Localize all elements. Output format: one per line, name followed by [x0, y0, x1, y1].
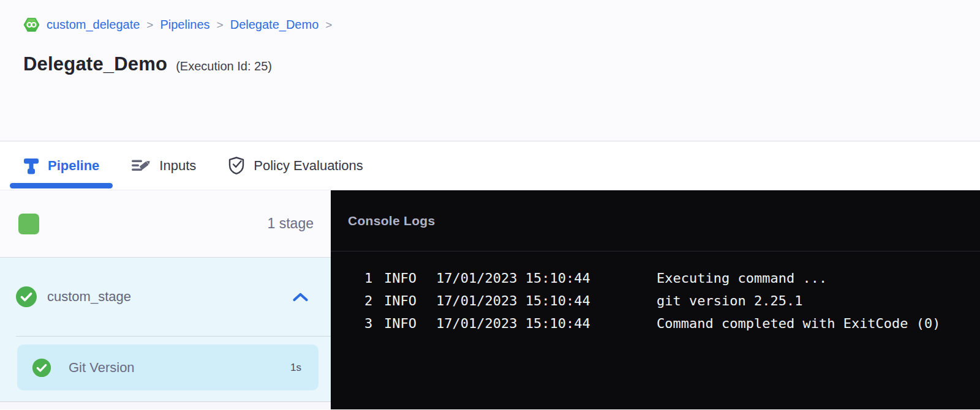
inputs-icon [131, 157, 151, 174]
tab-inputs[interactable]: Inputs [118, 141, 209, 190]
log-line-number: 2 [364, 293, 374, 308]
log-timestamp: 17/01/2023 15:10:44 [436, 270, 592, 286]
breadcrumb-link-pipelines[interactable]: Pipelines [160, 18, 209, 32]
breadcrumb-link-project[interactable]: custom_delegate [47, 18, 140, 32]
stage-panel: 1 stage custom_stage [0, 190, 331, 409]
step-name: Git Version [69, 360, 135, 376]
log-line-number: 3 [364, 316, 374, 331]
step-duration: 1s [290, 362, 301, 374]
stage-status-square[interactable] [18, 214, 39, 234]
log-line: 1 INFO 17/01/2023 15:10:44 Executing com… [331, 267, 980, 289]
tab-label: Policy Evaluations [254, 158, 363, 174]
success-check-icon [32, 358, 51, 378]
breadcrumb-separator: > [217, 18, 224, 32]
log-message: Command completed with ExitCode (0) [657, 316, 941, 331]
log-timestamp: 17/01/2023 15:10:44 [436, 316, 592, 331]
stage-panel-footer [0, 401, 331, 409]
stage-name: custom_stage [47, 289, 131, 305]
log-line: 2 INFO 17/01/2023 15:10:44 git version 2… [331, 289, 980, 312]
log-level: INFO [384, 270, 419, 286]
breadcrumb: custom_delegate > Pipelines > Delegate_D… [23, 17, 980, 33]
stage-summary-row: 1 stage [0, 190, 331, 258]
breadcrumb-link-pipeline[interactable]: Delegate_Demo [230, 18, 319, 32]
title-row: Delegate_Demo (Execution Id: 25) [23, 53, 980, 75]
log-line-number: 1 [364, 270, 374, 286]
log-timestamp: 17/01/2023 15:10:44 [436, 293, 592, 308]
log-message: Executing command ... [657, 270, 827, 286]
tab-policy-evaluations[interactable]: Policy Evaluations [214, 141, 377, 190]
stage-count-label: 1 stage [268, 215, 314, 232]
pipeline-icon [23, 157, 39, 175]
page-title: Delegate_Demo [23, 53, 167, 75]
console-header: Console Logs [331, 190, 980, 252]
tab-label: Inputs [159, 158, 196, 174]
log-level: INFO [384, 316, 419, 331]
breadcrumb-separator: > [146, 18, 153, 32]
console-panel: Console Logs 1 INFO 17/01/2023 15:10:44 … [331, 190, 980, 409]
success-check-icon [15, 286, 37, 308]
app-root: custom_delegate > Pipelines > Delegate_D… [0, 0, 980, 409]
step-item-git-version[interactable]: Git Version 1s [17, 345, 318, 390]
chevron-up-icon[interactable] [292, 292, 309, 302]
console-title: Console Logs [348, 214, 435, 228]
log-level: INFO [384, 293, 419, 308]
breadcrumb-separator: > [325, 18, 332, 32]
project-infinity-icon [23, 17, 40, 33]
stage-group: custom_stage [0, 258, 331, 401]
main-area: 1 stage custom_stage [0, 190, 980, 409]
log-line: 3 INFO 17/01/2023 15:10:44 Command compl… [331, 312, 980, 335]
tab-pipeline[interactable]: Pipeline [10, 141, 113, 190]
page-header: custom_delegate > Pipelines > Delegate_D… [0, 0, 980, 141]
tab-label: Pipeline [48, 158, 99, 174]
log-message: git version 2.25.1 [657, 293, 802, 308]
stage-row-custom-stage[interactable]: custom_stage [0, 258, 331, 336]
step-list: Git Version 1s [0, 337, 331, 390]
console-log-area[interactable]: 1 INFO 17/01/2023 15:10:44 Executing com… [331, 252, 980, 335]
execution-id-label: (Execution Id: 25) [176, 59, 272, 73]
policy-evaluations-icon [228, 156, 245, 175]
tab-bar: Pipeline Inputs [0, 141, 980, 190]
